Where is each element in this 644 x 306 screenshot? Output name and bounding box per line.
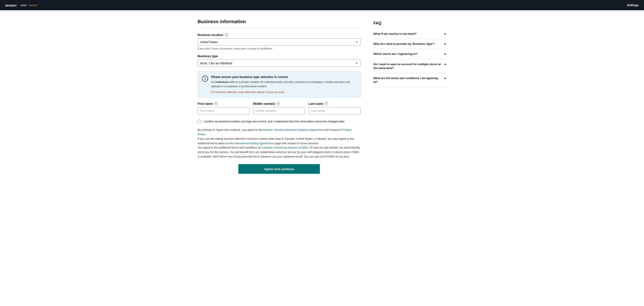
middle-name-label-text: Middle name(s) [253, 102, 275, 105]
business-type-select[interactable]: None, I am an individual Privately-owned… [198, 59, 360, 67]
logo-space [28, 4, 28, 7]
info-text-bold: individual [216, 80, 228, 84]
faq-arrow-3: ▶ [444, 63, 446, 66]
faq-question-3: Do I need to open an account for multipl… [374, 62, 444, 70]
middle-name-label: Middle name(s) ? [253, 102, 305, 105]
main-content: Business information Business location ?… [198, 19, 360, 174]
business-location-select[interactable]: United States Canada United Kingdom Germ… [198, 38, 360, 46]
business-location-label: Business location ? [198, 33, 360, 37]
settings-link[interactable]: Settings [627, 3, 639, 7]
amazon-logo: amazon ⌒ seller central [5, 3, 37, 7]
agree-continue-button[interactable]: Agree and continue [238, 164, 320, 174]
faq-arrow-1: ▶ [444, 42, 446, 45]
info-text-suffix: sells in a private context. An individua… [211, 80, 350, 88]
faq-item-0[interactable]: What if my country is not listed? ▶ [374, 29, 446, 39]
business-location-label-text: Business location [198, 33, 223, 37]
middle-name-help-icon[interactable]: ? [276, 102, 280, 105]
legal-text-2: and Amazon's [323, 128, 342, 131]
legal-text-3: . [206, 133, 206, 136]
faq-arrow-4: ▶ [444, 77, 446, 80]
intl-selling-link[interactable]: International Selling Agreements [234, 142, 274, 145]
logo-central-text: central [29, 4, 37, 7]
amazon-bsa-link[interactable]: Amazon Services Business Solutions Agree… [263, 128, 323, 131]
middle-name-field: Middle name(s) ? [253, 102, 305, 114]
business-location-section: Business location ? United States Canada… [198, 33, 360, 50]
logo-amazon-text: amazon [5, 3, 16, 7]
first-name-input[interactable] [198, 107, 250, 114]
legal-text-1: By clicking on 'Agree and continue', you… [198, 128, 263, 131]
first-name-label-text: First name [198, 102, 213, 105]
info-circle-icon: i [202, 76, 208, 82]
first-name-help-icon[interactable]: ? [214, 102, 218, 105]
last-name-label-text: Last name [308, 102, 323, 105]
last-name-label: Last name ? [308, 102, 360, 105]
confirm-checkbox[interactable] [198, 120, 201, 123]
info-box: i Please ensure your business type selec… [198, 71, 360, 98]
business-type-section: Business type None, I am an individual P… [198, 54, 360, 67]
header: amazon ⌒ seller central Settings [0, 0, 644, 10]
info-content: Please ensure your business type selecti… [211, 75, 356, 94]
info-warning: An incorrect selection may affect the st… [211, 90, 356, 94]
logo-arrow-icon: ⌒ [17, 4, 19, 7]
faq-question-0: What if my country is not listed? [374, 32, 444, 36]
faq-question-4: What are the terms and conditions I am a… [374, 76, 444, 84]
confirm-checkbox-row: I confirm my business location and type … [198, 120, 360, 123]
confirm-checkbox-label[interactable]: I confirm my business location and type … [203, 120, 345, 123]
faq-sidebar: FAQ What if my country is not listed? ▶ … [374, 19, 446, 174]
legal-text-6: You agree to the additional terms and co… [198, 146, 261, 149]
business-location-help-icon[interactable]: ? [224, 33, 228, 37]
business-location-hint: If you don't have a business, enter your… [198, 47, 360, 50]
logo-seller-text: seller [20, 4, 27, 7]
page-body: Business information Business location ?… [0, 10, 644, 182]
faq-question-2: Which stores am I registering in? [374, 52, 444, 56]
first-name-label: First name ? [198, 102, 250, 105]
last-name-help-icon[interactable]: ? [325, 102, 328, 105]
faq-item-3[interactable]: Do I need to open an account for multipl… [374, 59, 446, 73]
first-name-field: First name ? [198, 102, 250, 114]
business-location-select-wrapper: United States Canada United Kingdom Germ… [198, 38, 360, 46]
faq-arrow-2: ▶ [444, 52, 446, 55]
legal-text: By clicking on 'Agree and continue', you… [198, 128, 360, 159]
last-name-field: Last name ? [308, 102, 360, 114]
faq-arrow-0: ▶ [444, 32, 446, 35]
faq-title: FAQ [374, 21, 446, 25]
info-text: An individual sells in a private context… [211, 80, 356, 88]
faq-item-2[interactable]: Which stores am I registering in? ▶ [374, 49, 446, 59]
last-name-input[interactable] [308, 107, 360, 114]
business-type-select-wrapper: None, I am an individual Privately-owned… [198, 59, 360, 67]
name-fields-row: First name ? Middle name(s) ? Last name … [198, 102, 360, 114]
info-text-prefix: An [211, 80, 216, 84]
csba-link[interactable]: Customer Service by Amazon (CSBA) [261, 146, 308, 149]
page-title: Business information [198, 19, 360, 28]
legal-text-5: page with respect to those services. [274, 142, 319, 145]
middle-name-input[interactable] [253, 107, 305, 114]
faq-item-4[interactable]: What are the terms and conditions I am a… [374, 73, 446, 87]
faq-question-1: Why do I need to provide my 'Business Ty… [374, 42, 444, 46]
info-title: Please ensure your business type selecti… [211, 75, 356, 79]
faq-item-1[interactable]: Why do I need to provide my 'Business Ty… [374, 39, 446, 49]
business-type-label-text: Business type [198, 54, 218, 58]
business-type-label: Business type [198, 54, 360, 58]
